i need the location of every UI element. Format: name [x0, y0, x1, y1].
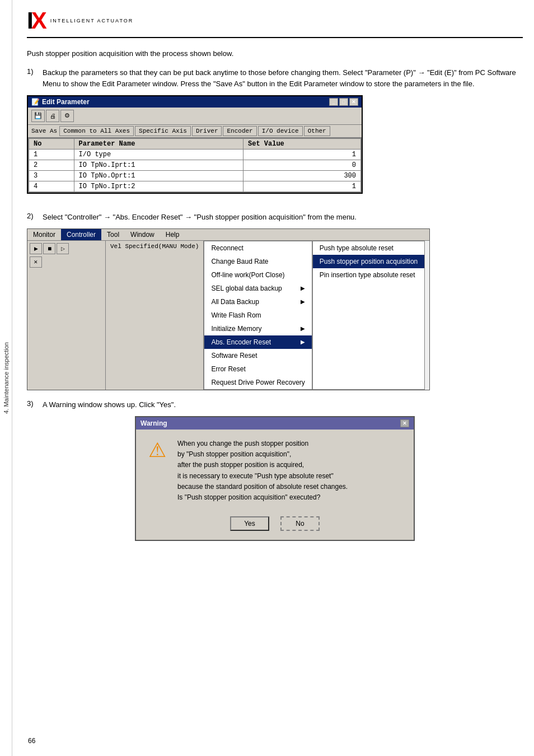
- submenu-item[interactable]: Pin insertion type absolute reset: [313, 268, 424, 282]
- step1-container: 1) Backup the parameters so that they ca…: [27, 67, 523, 203]
- main-content: IX INTELLIGENT ACTUATOR Push stopper pos…: [16, 0, 534, 572]
- cell-name: I/O type: [74, 149, 243, 160]
- edit-param-titlebar: 📝 Edit Parameter _ □ ✕: [28, 96, 362, 108]
- edit-param-title-area: 📝 Edit Parameter: [31, 98, 90, 106]
- settings-tool-button[interactable]: ⚙: [60, 110, 74, 122]
- edit-param-toolbar: 💾 🖨 ⚙: [28, 108, 362, 125]
- ctrl-icon-row: ▶ ⏹ ▷: [30, 243, 103, 254]
- controller-left-panel: ▶ ⏹ ▷ ✕: [27, 241, 106, 390]
- dropdown-item-label: Error Reset: [211, 365, 245, 373]
- tab-io-device[interactable]: I/O device: [258, 126, 303, 136]
- header: IX INTELLIGENT ACTUATOR: [27, 9, 523, 38]
- dropdown-item[interactable]: Error Reset: [204, 362, 311, 376]
- dropdown-item-label: Write Flash Rom: [211, 311, 261, 319]
- dropdown-item[interactable]: Reconnect: [204, 241, 311, 255]
- logo-x: X: [31, 9, 45, 32]
- ctrl-icon-1[interactable]: ▶: [30, 243, 42, 254]
- dropdown-item-label: Off-line work(Port Close): [211, 271, 284, 279]
- cell-name: IO TpNo.Oprt:1: [74, 170, 243, 181]
- logo-subtitle: INTELLIGENT ACTUATOR: [50, 18, 134, 24]
- step1-num: 1): [27, 67, 43, 90]
- cell-value: 1: [243, 181, 361, 192]
- step2-row: 2) Select "Controller" → "Abs. Encoder R…: [27, 212, 523, 223]
- dropdown-item[interactable]: All Data Backup▶: [204, 295, 311, 309]
- cell-name: IO TpNo.Iprt:2: [74, 181, 243, 192]
- ctrl-icon-2[interactable]: ⏹: [43, 243, 55, 254]
- col-no: No: [29, 138, 74, 149]
- dropdown-panel: ReconnectChange Baud RateOff-line work(P…: [204, 241, 312, 390]
- dropdown-item[interactable]: Write Flash Rom: [204, 309, 311, 322]
- step1-row: 1) Backup the parameters so that they ca…: [27, 67, 523, 90]
- edit-param-title: Edit Parameter: [42, 98, 90, 106]
- intro-text: Push stopper position acquisition with t…: [27, 48, 523, 59]
- minimize-button[interactable]: _: [329, 98, 338, 106]
- dropdown-item[interactable]: Request Drive Power Recovery: [204, 376, 311, 389]
- save-as-label[interactable]: Save As: [31, 128, 57, 134]
- warning-close-button[interactable]: ✕: [400, 419, 409, 427]
- dropdown-item[interactable]: Software Reset: [204, 349, 311, 362]
- warning-icon: ⚠: [145, 438, 170, 462]
- param-table-row: 2IO TpNo.Iprt:10: [29, 160, 361, 170]
- dropdown-item[interactable]: Initialize Memory▶: [204, 322, 311, 335]
- warning-title: Warning: [140, 419, 167, 427]
- warning-text: When you change the push stopper positio…: [177, 438, 348, 503]
- cell-no: 1: [29, 149, 74, 160]
- submenu-item[interactable]: Push type absolute reset: [313, 241, 424, 255]
- warning-body: ⚠ When you change the push stopper posit…: [136, 430, 414, 512]
- param-table-row: 1I/O type1: [29, 149, 361, 160]
- controller-menus-area: Vel Specified(MANU Mode) ReconnectChange…: [106, 241, 425, 390]
- dropdown-item[interactable]: SEL global data backup▶: [204, 282, 311, 295]
- dropdown-item[interactable]: Abs. Encoder Reset▶: [204, 335, 311, 349]
- arrow-right-icon: ▶: [301, 285, 305, 291]
- arrow-right-icon: ▶: [301, 339, 305, 345]
- cell-value: 1: [243, 149, 361, 160]
- dropdown-item-label: Abs. Encoder Reset: [211, 338, 271, 346]
- cell-no: 2: [29, 160, 74, 170]
- step3-container: 3) A Warning window shows up. Click "Yes…: [27, 399, 523, 541]
- cell-value: 300: [243, 170, 361, 181]
- warning-titlebar: Warning ✕: [136, 417, 414, 430]
- yes-button[interactable]: Yes: [230, 516, 269, 531]
- warning-buttons: Yes No: [136, 512, 414, 540]
- step2-num: 2): [27, 212, 43, 223]
- edit-param-icon: 📝: [31, 98, 40, 106]
- edit-param-window: 📝 Edit Parameter _ □ ✕ 💾 🖨 ⚙ Save As Com…: [27, 95, 363, 194]
- param-table-row: 4IO TpNo.Iprt:21: [29, 181, 361, 192]
- cell-no: 4: [29, 181, 74, 192]
- dropdown-item-label: Reconnect: [211, 244, 243, 252]
- dropdown-item-label: Initialize Memory: [211, 325, 261, 333]
- menubar-item-window[interactable]: Window: [125, 229, 160, 240]
- vel-display: Vel Specified(MANU Mode): [106, 241, 204, 390]
- param-table: No Parameter Name Set Value 1I/O type12I…: [29, 138, 361, 192]
- dropdown-item-label: Software Reset: [211, 352, 257, 360]
- dropdown-item[interactable]: Change Baud Rate: [204, 255, 311, 268]
- no-button[interactable]: No: [280, 516, 320, 531]
- submenu-panel: Push type absolute resetPush stopper pos…: [312, 241, 425, 390]
- sidebar: 4. Maintenance inspection: [0, 0, 12, 756]
- tab-other[interactable]: Other: [304, 126, 330, 136]
- menubar-item-tool[interactable]: Tool: [101, 229, 125, 240]
- maximize-button[interactable]: □: [339, 98, 348, 106]
- dropdown-item[interactable]: Off-line work(Port Close): [204, 268, 311, 282]
- menubar-item-monitor[interactable]: Monitor: [27, 229, 61, 240]
- ctrl-icon-3[interactable]: ▷: [57, 243, 69, 254]
- ctrl-icon-x[interactable]: ✕: [30, 256, 42, 268]
- arrow-right-icon: ▶: [301, 298, 305, 305]
- cell-no: 3: [29, 170, 74, 181]
- tab-driver[interactable]: Driver: [192, 126, 222, 136]
- menubar-item-controller[interactable]: Controller: [61, 229, 101, 240]
- tab-encoder[interactable]: Encoder: [223, 126, 256, 136]
- step2-container: 2) Select "Controller" → "Abs. Encoder R…: [27, 212, 523, 390]
- cell-name: IO TpNo.Iprt:1: [74, 160, 243, 170]
- save-tool-button[interactable]: 💾: [31, 110, 45, 122]
- tab-common[interactable]: Common to All Axes: [59, 126, 134, 136]
- page-number: 66: [28, 737, 35, 745]
- print-tool-button[interactable]: 🖨: [46, 110, 59, 122]
- menubar-item-help[interactable]: Help: [160, 229, 185, 240]
- submenu-item[interactable]: Push stopper position acquisition: [313, 255, 424, 268]
- step3-row: 3) A Warning window shows up. Click "Yes…: [27, 399, 523, 410]
- dropdown-item-label: Change Baud Rate: [211, 258, 268, 265]
- close-button[interactable]: ✕: [349, 98, 358, 106]
- controller-body: ▶ ⏹ ▷ ✕ Vel Specified(MANU Mode) Reconne…: [27, 241, 429, 390]
- tab-specific[interactable]: Specific Axis: [135, 126, 191, 136]
